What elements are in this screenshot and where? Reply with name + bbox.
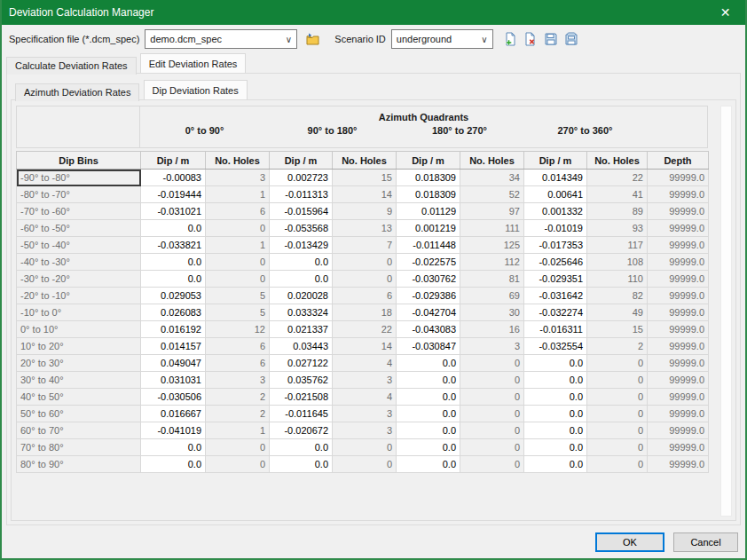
- dip-rate-cell[interactable]: 0.0: [397, 422, 460, 439]
- dip-rate-cell[interactable]: -0.011645: [270, 406, 333, 422]
- dip-rate-cell[interactable]: 0.00641: [524, 186, 587, 203]
- dip-rate-cell[interactable]: -0.00083: [141, 170, 206, 186]
- dip-rate-cell[interactable]: 0.03443: [270, 338, 333, 355]
- add-scenario-button[interactable]: [500, 29, 520, 49]
- dip-rate-cell[interactable]: -0.053568: [270, 220, 333, 237]
- dip-rate-cell[interactable]: -0.030847: [397, 338, 460, 355]
- dip-rate-cell[interactable]: -0.031642: [524, 288, 587, 304]
- tab-edit-deviation-rates[interactable]: Edit Deviation Rates: [140, 53, 247, 73]
- dip-rate-cell[interactable]: 0.026083: [141, 304, 206, 321]
- dip-rate-cell[interactable]: 0.0: [270, 254, 333, 271]
- dip-bin-cell[interactable]: 60° to 70°: [17, 422, 141, 439]
- dip-rate-cell[interactable]: 0.014349: [524, 170, 587, 186]
- save-scenario-as-button[interactable]: [562, 29, 581, 49]
- dip-rate-cell[interactable]: 0.0: [397, 456, 460, 473]
- dip-rate-cell[interactable]: 0.033324: [270, 304, 333, 321]
- dip-rate-cell[interactable]: 0.020028: [270, 288, 333, 304]
- dip-rate-cell[interactable]: 0.0: [524, 422, 587, 439]
- dip-rate-cell[interactable]: -0.020672: [270, 422, 333, 439]
- dip-rate-cell[interactable]: -0.025646: [524, 254, 587, 271]
- dip-rate-cell[interactable]: 0.0: [524, 406, 587, 422]
- dip-bin-cell[interactable]: 0° to 10°: [17, 321, 141, 338]
- dip-rate-cell[interactable]: 0.018309: [397, 170, 460, 186]
- dip-rate-cell[interactable]: -0.011313: [270, 186, 333, 203]
- vertical-scrollbar[interactable]: [720, 106, 732, 517]
- cancel-button[interactable]: Cancel: [673, 532, 738, 552]
- dip-bin-cell[interactable]: 80° to 90°: [17, 456, 141, 473]
- dip-rate-cell[interactable]: 0.0: [524, 456, 587, 473]
- spec-file-combobox[interactable]: demo.dcm_spec ∨: [145, 29, 297, 49]
- tab-azimuth-deviation-rates[interactable]: Azimuth Deviation Rates: [15, 83, 139, 101]
- dip-bin-cell[interactable]: -80° to -70°: [17, 186, 141, 203]
- dip-rate-cell[interactable]: 0.0: [397, 372, 460, 389]
- dip-rate-cell[interactable]: -0.029386: [397, 288, 460, 304]
- dip-rate-cell[interactable]: -0.022575: [397, 254, 460, 271]
- dip-rate-cell[interactable]: -0.017353: [524, 237, 587, 254]
- dip-rate-cell[interactable]: 0.0: [397, 439, 460, 456]
- dip-bin-cell[interactable]: -60° to -50°: [17, 220, 141, 237]
- dip-rate-cell[interactable]: -0.032274: [524, 304, 587, 321]
- dip-bin-cell[interactable]: 30° to 40°: [17, 372, 141, 389]
- dip-rate-cell[interactable]: 0.001219: [397, 220, 460, 237]
- dip-rate-cell[interactable]: 0.0: [141, 271, 206, 288]
- dip-rate-cell[interactable]: 0.027122: [270, 355, 333, 372]
- dip-rate-cell[interactable]: -0.042704: [397, 304, 460, 321]
- open-spec-file-button[interactable]: [303, 29, 322, 49]
- dip-bin-cell[interactable]: 20° to 30°: [17, 355, 141, 372]
- dip-rate-cell[interactable]: 0.014157: [141, 338, 206, 355]
- dip-rate-cell[interactable]: -0.016311: [524, 321, 587, 338]
- dip-rate-cell[interactable]: -0.033821: [141, 237, 206, 254]
- dip-rate-cell[interactable]: 0.0: [524, 389, 587, 406]
- dip-rate-cell[interactable]: 0.0: [397, 406, 460, 422]
- tab-calculate-deviation-rates[interactable]: Calculate Deviation Rates: [6, 57, 137, 75]
- dip-rate-cell[interactable]: -0.031021: [141, 203, 206, 220]
- dip-rate-cell[interactable]: -0.041019: [141, 422, 206, 439]
- dip-rate-cell[interactable]: 0.01129: [397, 203, 460, 220]
- dip-bin-cell[interactable]: 70° to 80°: [17, 439, 141, 456]
- tab-dip-deviation-rates[interactable]: Dip Deviation Rates: [144, 80, 248, 99]
- dip-bin-cell[interactable]: -90° to -80°: [17, 170, 141, 186]
- dip-rate-cell[interactable]: 0.0: [397, 389, 460, 406]
- dip-rate-cell[interactable]: 0.0: [524, 355, 587, 372]
- dip-rate-cell[interactable]: 0.0: [524, 439, 587, 456]
- dip-rate-cell[interactable]: 0.001332: [524, 203, 587, 220]
- dip-rate-cell[interactable]: 0.018309: [397, 186, 460, 203]
- dip-rate-cell[interactable]: 0.029053: [141, 288, 206, 304]
- dip-rate-cell[interactable]: -0.011448: [397, 237, 460, 254]
- dip-rate-cell[interactable]: 0.0: [141, 456, 206, 473]
- ok-button[interactable]: OK: [595, 532, 664, 552]
- save-scenario-button[interactable]: [541, 29, 561, 49]
- dip-rate-cell[interactable]: 0.0: [270, 271, 333, 288]
- dip-rate-cell[interactable]: -0.013429: [270, 237, 333, 254]
- dip-rate-cell[interactable]: 0.031031: [141, 372, 206, 389]
- dip-rate-cell[interactable]: -0.01019: [524, 220, 587, 237]
- dip-rate-cell[interactable]: 0.0: [141, 439, 206, 456]
- dip-bin-cell[interactable]: 50° to 60°: [17, 406, 141, 422]
- delete-scenario-button[interactable]: [521, 29, 540, 49]
- dip-rate-cell[interactable]: 0.0: [141, 254, 206, 271]
- dip-bin-cell[interactable]: -10° to 0°: [17, 304, 141, 321]
- dip-bin-cell[interactable]: -20° to -10°: [17, 288, 141, 304]
- dip-rate-cell[interactable]: -0.015964: [270, 203, 333, 220]
- dip-bin-cell[interactable]: -50° to -40°: [17, 237, 141, 254]
- dip-rate-cell[interactable]: 0.035762: [270, 372, 333, 389]
- dip-rate-cell[interactable]: -0.032554: [524, 338, 587, 355]
- dip-rate-cell[interactable]: -0.030762: [397, 271, 460, 288]
- dip-rate-cell[interactable]: 0.016667: [141, 406, 206, 422]
- dip-rate-cell[interactable]: 0.049047: [141, 355, 206, 372]
- dip-rate-cell[interactable]: -0.030506: [141, 389, 206, 406]
- dip-rate-cell[interactable]: 0.0: [141, 220, 206, 237]
- scenario-id-combobox[interactable]: underground ∨: [391, 29, 493, 49]
- dip-bin-cell[interactable]: -40° to -30°: [17, 254, 141, 271]
- dip-rate-cell[interactable]: -0.043083: [397, 321, 460, 338]
- dip-rate-cell[interactable]: -0.019444: [141, 186, 206, 203]
- dip-bin-cell[interactable]: 10° to 20°: [17, 338, 141, 355]
- dip-rate-cell[interactable]: 0.0: [524, 372, 587, 389]
- dip-rate-cell[interactable]: 0.016192: [141, 321, 206, 338]
- dip-rate-cell[interactable]: 0.021337: [270, 321, 333, 338]
- dip-rate-cell[interactable]: -0.021508: [270, 389, 333, 406]
- dip-bin-cell[interactable]: -30° to -20°: [17, 271, 141, 288]
- dip-bin-cell[interactable]: 40° to 50°: [17, 389, 141, 406]
- close-button[interactable]: ✕: [705, 0, 745, 25]
- dip-rate-cell[interactable]: 0.0: [270, 439, 333, 456]
